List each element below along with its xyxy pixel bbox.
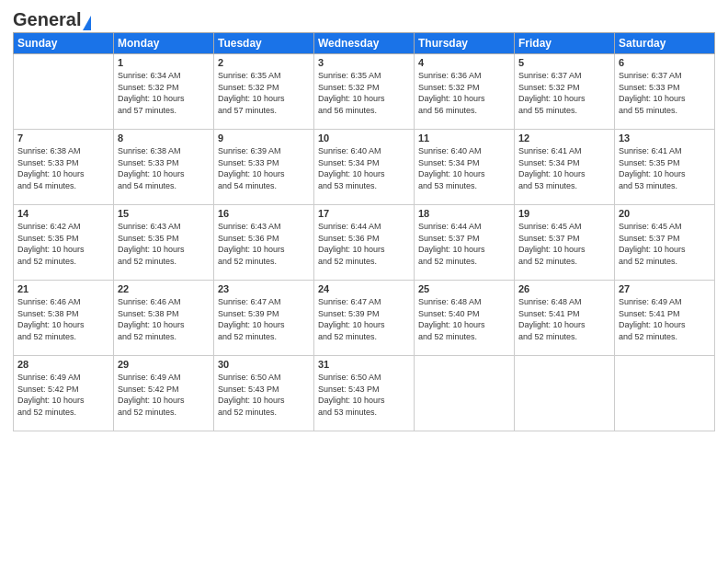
calendar-cell: 12Sunrise: 6:41 AMSunset: 5:34 PMDayligh… [515,130,615,205]
calendar-cell: 9Sunrise: 6:39 AMSunset: 5:33 PMDaylight… [214,130,314,205]
day-number: 8 [118,132,210,144]
calendar-cell: 14Sunrise: 6:42 AMSunset: 5:35 PMDayligh… [14,205,114,281]
cell-info: Sunrise: 6:50 AMSunset: 5:43 PMDaylight:… [218,372,310,418]
calendar-cell: 21Sunrise: 6:46 AMSunset: 5:38 PMDayligh… [14,281,114,356]
cell-info: Sunrise: 6:37 AMSunset: 5:32 PMDaylight:… [518,70,610,116]
cell-info: Sunrise: 6:43 AMSunset: 5:35 PMDaylight:… [118,221,210,267]
cell-info: Sunrise: 6:44 AMSunset: 5:36 PMDaylight:… [318,221,410,267]
day-number: 1 [118,57,210,68]
cell-info: Sunrise: 6:46 AMSunset: 5:38 PMDaylight:… [118,296,210,342]
calendar-cell: 26Sunrise: 6:48 AMSunset: 5:41 PMDayligh… [515,281,615,356]
day-number: 13 [619,132,711,144]
day-number: 14 [17,208,109,219]
day-number: 23 [218,283,310,294]
calendar-cell: 10Sunrise: 6:40 AMSunset: 5:34 PMDayligh… [314,130,415,205]
calendar-week-4: 21Sunrise: 6:46 AMSunset: 5:38 PMDayligh… [14,281,715,356]
calendar-cell: 7Sunrise: 6:38 AMSunset: 5:33 PMDaylight… [14,130,114,205]
cell-info: Sunrise: 6:46 AMSunset: 5:38 PMDaylight:… [17,296,109,342]
calendar-cell: 20Sunrise: 6:45 AMSunset: 5:37 PMDayligh… [615,205,715,281]
cell-info: Sunrise: 6:49 AMSunset: 5:41 PMDaylight:… [619,296,711,342]
calendar-cell: 29Sunrise: 6:49 AMSunset: 5:42 PMDayligh… [114,356,214,431]
calendar-cell: 4Sunrise: 6:36 AMSunset: 5:32 PMDaylight… [415,54,515,130]
weekday-header-saturday: Saturday [615,33,715,54]
cell-info: Sunrise: 6:34 AMSunset: 5:32 PMDaylight:… [118,70,210,116]
day-number: 26 [518,283,610,294]
cell-info: Sunrise: 6:43 AMSunset: 5:36 PMDaylight:… [218,221,310,267]
weekday-header-monday: Monday [114,33,214,54]
calendar-cell: 19Sunrise: 6:45 AMSunset: 5:37 PMDayligh… [515,205,615,281]
day-number: 21 [17,283,109,294]
day-number: 10 [318,132,410,144]
day-number: 24 [318,283,410,294]
cell-info: Sunrise: 6:45 AMSunset: 5:37 PMDaylight:… [619,221,711,267]
logo-line1: General [13,9,91,30]
day-number: 19 [518,208,610,219]
weekday-header-row: SundayMondayTuesdayWednesdayThursdayFrid… [14,33,715,54]
calendar-week-2: 7Sunrise: 6:38 AMSunset: 5:33 PMDaylight… [14,130,715,205]
cell-info: Sunrise: 6:42 AMSunset: 5:35 PMDaylight:… [17,221,109,267]
calendar-week-1: 1Sunrise: 6:34 AMSunset: 5:32 PMDaylight… [14,54,715,130]
cell-info: Sunrise: 6:39 AMSunset: 5:33 PMDaylight:… [218,145,310,191]
day-number: 22 [118,283,210,294]
day-number: 28 [17,359,109,370]
cell-info: Sunrise: 6:40 AMSunset: 5:34 PMDaylight:… [418,145,510,191]
calendar-cell: 25Sunrise: 6:48 AMSunset: 5:40 PMDayligh… [415,281,515,356]
calendar-table: SundayMondayTuesdayWednesdayThursdayFrid… [13,32,715,431]
cell-info: Sunrise: 6:38 AMSunset: 5:33 PMDaylight:… [17,145,109,191]
day-number: 29 [118,359,210,370]
calendar-week-5: 28Sunrise: 6:49 AMSunset: 5:42 PMDayligh… [14,356,715,431]
calendar-cell: 2Sunrise: 6:35 AMSunset: 5:32 PMDaylight… [214,54,314,130]
calendar-cell: 6Sunrise: 6:37 AMSunset: 5:33 PMDaylight… [615,54,715,130]
calendar-cell: 17Sunrise: 6:44 AMSunset: 5:36 PMDayligh… [314,205,415,281]
cell-info: Sunrise: 6:45 AMSunset: 5:37 PMDaylight:… [518,221,610,267]
cell-info: Sunrise: 6:44 AMSunset: 5:37 PMDaylight:… [418,221,510,267]
day-number: 18 [418,208,510,219]
calendar-cell: 13Sunrise: 6:41 AMSunset: 5:35 PMDayligh… [615,130,715,205]
cell-info: Sunrise: 6:37 AMSunset: 5:33 PMDaylight:… [619,70,711,116]
calendar-cell: 3Sunrise: 6:35 AMSunset: 5:32 PMDaylight… [314,54,415,130]
calendar-cell: 22Sunrise: 6:46 AMSunset: 5:38 PMDayligh… [114,281,214,356]
header: General [13,9,715,27]
calendar-cell: 24Sunrise: 6:47 AMSunset: 5:39 PMDayligh… [314,281,415,356]
weekday-header-friday: Friday [515,33,615,54]
cell-info: Sunrise: 6:38 AMSunset: 5:33 PMDaylight:… [118,145,210,191]
calendar-week-3: 14Sunrise: 6:42 AMSunset: 5:35 PMDayligh… [14,205,715,281]
calendar-cell: 11Sunrise: 6:40 AMSunset: 5:34 PMDayligh… [415,130,515,205]
cell-info: Sunrise: 6:41 AMSunset: 5:35 PMDaylight:… [619,145,711,191]
calendar-cell: 8Sunrise: 6:38 AMSunset: 5:33 PMDaylight… [114,130,214,205]
calendar-cell: 1Sunrise: 6:34 AMSunset: 5:32 PMDaylight… [114,54,214,130]
weekday-header-wednesday: Wednesday [314,33,415,54]
day-number: 15 [118,208,210,219]
calendar-cell: 15Sunrise: 6:43 AMSunset: 5:35 PMDayligh… [114,205,214,281]
calendar-cell [415,356,515,431]
day-number: 4 [418,57,510,68]
calendar-cell: 16Sunrise: 6:43 AMSunset: 5:36 PMDayligh… [214,205,314,281]
calendar-cell: 31Sunrise: 6:50 AMSunset: 5:43 PMDayligh… [314,356,415,431]
calendar-cell: 18Sunrise: 6:44 AMSunset: 5:37 PMDayligh… [415,205,515,281]
day-number: 30 [218,359,310,370]
cell-info: Sunrise: 6:47 AMSunset: 5:39 PMDaylight:… [218,296,310,342]
day-number: 17 [318,208,410,219]
cell-info: Sunrise: 6:48 AMSunset: 5:40 PMDaylight:… [418,296,510,342]
day-number: 11 [418,132,510,144]
logo: General [13,9,91,27]
day-number: 12 [518,132,610,144]
logo-triangle-icon [83,16,91,30]
weekday-header-tuesday: Tuesday [214,33,314,54]
weekday-header-thursday: Thursday [415,33,515,54]
day-number: 2 [218,57,310,68]
cell-info: Sunrise: 6:48 AMSunset: 5:41 PMDaylight:… [518,296,610,342]
day-number: 27 [619,283,711,294]
calendar-cell: 23Sunrise: 6:47 AMSunset: 5:39 PMDayligh… [214,281,314,356]
cell-info: Sunrise: 6:50 AMSunset: 5:43 PMDaylight:… [318,372,410,418]
day-number: 25 [418,283,510,294]
calendar-cell: 27Sunrise: 6:49 AMSunset: 5:41 PMDayligh… [615,281,715,356]
calendar-cell [14,54,114,130]
logo-general: General [13,9,81,29]
cell-info: Sunrise: 6:47 AMSunset: 5:39 PMDaylight:… [318,296,410,342]
cell-info: Sunrise: 6:49 AMSunset: 5:42 PMDaylight:… [17,372,109,418]
cell-info: Sunrise: 6:35 AMSunset: 5:32 PMDaylight:… [318,70,410,116]
day-number: 3 [318,57,410,68]
calendar-cell: 30Sunrise: 6:50 AMSunset: 5:43 PMDayligh… [214,356,314,431]
page-container: General SundayMondayTuesdayWednesdayThur… [0,0,728,563]
